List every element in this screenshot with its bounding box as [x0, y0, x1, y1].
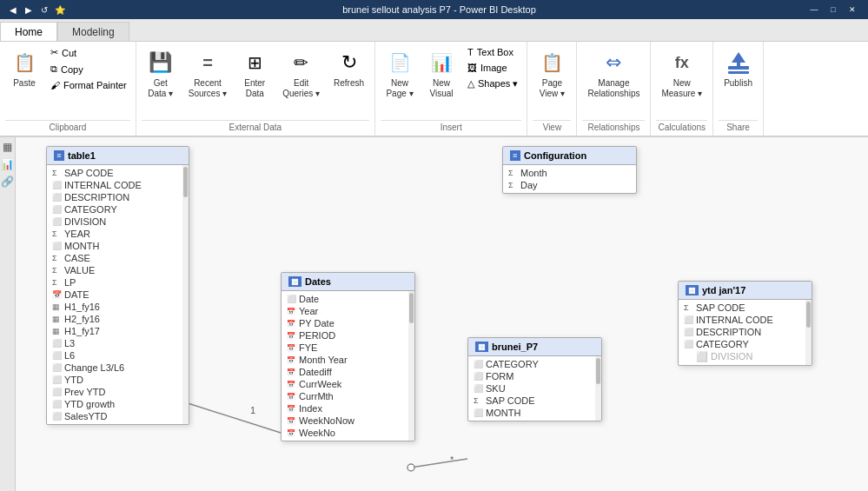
ytd-jan17-body: ΣSAP CODE ⬜INTERNAL CODE ⬜DESCRIPTION ⬜C… — [679, 300, 812, 365]
table1-row-h2fy16[interactable]: ▦H2_fy16 — [47, 313, 189, 325]
dates-row-weeknonow[interactable]: 📅WeekNoNow — [282, 415, 414, 427]
brunei-p7-scrollbar[interactable] — [595, 356, 601, 421]
table1-row-internalcode[interactable]: ⬜INTERNAL CODE — [47, 179, 189, 191]
copy-button[interactable]: ⧉ Copy — [47, 62, 130, 76]
close-button[interactable]: ✕ — [844, 3, 861, 16]
window-title: brunei sellout analysis P7 - Power BI De… — [73, 4, 805, 15]
config-row-day[interactable]: ΣDay — [503, 179, 636, 191]
publish-button[interactable]: Publish — [719, 45, 758, 92]
table1-row-category[interactable]: ⬜CATEGORY — [47, 203, 189, 216]
enter-data-button[interactable]: ⊞ EnterData — [235, 45, 274, 103]
table1-row-month[interactable]: ⬜MONTH — [47, 240, 189, 252]
data-view-icon[interactable]: 📊 — [2, 158, 14, 170]
configuration-icon: ≡ — [510, 150, 520, 161]
table1-row-salesytd[interactable]: ⬜SalesYTD — [47, 410, 189, 422]
brunei-p7-scrollbar-thumb[interactable] — [596, 358, 600, 384]
brunei-p7-row-month[interactable]: ⬜MONTH — [468, 407, 601, 419]
table1-header: ≡ table1 — [47, 147, 189, 165]
dates-row-period[interactable]: 📅PERIOD — [282, 329, 414, 342]
format-painter-button[interactable]: 🖌 Format Painter — [47, 78, 130, 92]
dates-row-datediff[interactable]: 📅Datediff — [282, 366, 414, 378]
table1-scrollbar-thumb[interactable] — [183, 167, 188, 197]
dates-row-fye[interactable]: 📅FYE — [282, 342, 414, 354]
new-measure-button[interactable]: fx NewMeasure ▾ — [656, 45, 707, 103]
dates-scrollbar[interactable] — [408, 291, 414, 441]
ytd-jan17-row-sapcode[interactable]: ΣSAP CODE — [679, 302, 812, 314]
page-view-button[interactable]: 📋 PageView ▾ — [533, 45, 571, 103]
ytd-jan17-row-category[interactable]: ⬜CATEGORY — [679, 338, 812, 350]
dates-scrollbar-thumb[interactable] — [409, 293, 414, 323]
table1-row-l6[interactable]: ⬜L6 — [47, 349, 189, 362]
table-configuration[interactable]: ≡ Configuration ΣMonth ΣDay — [502, 146, 637, 194]
brunei-p7-row-sapcode[interactable]: ΣSAP CODE — [468, 395, 601, 407]
new-visual-button[interactable]: 📊 NewVisual — [422, 45, 461, 103]
get-data-button[interactable]: 💾 GetData ▾ — [142, 45, 180, 103]
cut-button[interactable]: ✂ Cut — [47, 45, 130, 60]
table1-row-change[interactable]: ⬜Change L3/L6 — [47, 362, 189, 374]
dates-row-pydate[interactable]: 📅PY Date — [282, 317, 414, 329]
paste-button[interactable]: 📋 Paste — [5, 45, 43, 92]
dates-row-currmth[interactable]: 📅CurrMth — [282, 390, 414, 402]
ytd-jan17-row-division[interactable]: ⬜ DIVISION — [679, 350, 812, 363]
table1-row-sapcode[interactable]: ΣSAP CODE — [47, 167, 189, 179]
share-group-label: Share — [719, 120, 758, 136]
table-brunei-p7[interactable]: ▦ brunei_P7 ⬜CATEGORY ⬜FORM ⬜SKU ΣSAP CO… — [467, 337, 602, 421]
table1-row-date[interactable]: 📅DATE — [47, 289, 189, 301]
dates-row-year[interactable]: 📅Year — [282, 305, 414, 317]
recent-sources-button[interactable]: = RecentSources ▾ — [183, 45, 232, 103]
minimize-button[interactable]: — — [805, 3, 823, 16]
table1-row-lp[interactable]: ΣLP — [47, 276, 189, 289]
table1-row-h1fy16[interactable]: ▦H1_fy16 — [47, 301, 189, 313]
maximize-button[interactable]: □ — [825, 3, 842, 16]
cut-icon: ✂ — [50, 47, 58, 58]
refresh-icon2: ↻ — [335, 49, 363, 76]
dates-row-currweek[interactable]: 📅CurrWeek — [282, 378, 414, 390]
refresh-icon[interactable]: ↺ — [38, 3, 50, 16]
table1-row-ytdgrowth[interactable]: ⬜YTD growth — [47, 398, 189, 410]
table-table1[interactable]: ≡ table1 ΣSAP CODE ⬜INTERNAL CODE ⬜DESCR… — [46, 146, 189, 425]
dates-row-date[interactable]: ⬜Date — [282, 293, 414, 305]
canvas[interactable]: 1 * ≡ table1 ΣSAP CODE ⬜INTERNAL CODE ⬜D… — [16, 137, 868, 491]
table1-row-year[interactable]: ΣYEAR — [47, 228, 189, 240]
edit-queries-button[interactable]: ✏ EditQueries ▾ — [277, 45, 325, 103]
table-ytd-jan17[interactable]: ▦ ytd jan'17 ΣSAP CODE ⬜INTERNAL CODE ⬜D… — [678, 281, 812, 366]
text-box-button[interactable]: T Text Box — [464, 45, 521, 59]
ytd-jan17-scrollbar-thumb[interactable] — [806, 302, 811, 328]
tab-modeling[interactable]: Modeling — [57, 22, 129, 41]
table1-row-prevytd[interactable]: ⬜Prev YTD — [47, 386, 189, 398]
shapes-button[interactable]: △ Shapes ▾ — [464, 76, 521, 91]
ytd-jan17-row-internalcode[interactable]: ⬜INTERNAL CODE — [679, 314, 812, 326]
table1-row-h1fy17[interactable]: ▦H1_fy17 — [47, 325, 189, 337]
brunei-p7-row-sku[interactable]: ⬜SKU — [468, 382, 601, 395]
ribbon-group-share: Publish Share — [713, 42, 764, 136]
table-dates[interactable]: ▦ Dates ⬜Date 📅Year 📅PY Date 📅PERIOD 📅FY… — [281, 272, 415, 441]
manage-relationships-button[interactable]: ⇔ ManageRelationships — [582, 45, 645, 103]
dates-row-index[interactable]: 📅Index — [282, 402, 414, 415]
brunei-p7-row-form[interactable]: ⬜FORM — [468, 370, 601, 382]
table1-row-ytd[interactable]: ⬜YTD — [47, 374, 189, 386]
report-view-icon[interactable]: ▦ — [2, 141, 14, 153]
config-row-month[interactable]: ΣMonth — [503, 167, 636, 179]
dates-row-monthyear[interactable]: 📅Month Year — [282, 354, 414, 366]
tab-home[interactable]: Home — [0, 22, 57, 41]
ytd-jan17-row-description[interactable]: ⬜DESCRIPTION — [679, 326, 812, 338]
dates-row-weekno[interactable]: 📅WeekNo — [282, 427, 414, 439]
new-page-button[interactable]: 📄 NewPage ▾ — [381, 45, 419, 103]
ytd-jan17-scrollbar[interactable] — [805, 300, 812, 365]
table1-row-value[interactable]: ΣVALUE — [47, 264, 189, 276]
table1-scrollbar[interactable] — [182, 165, 189, 424]
brunei-p7-row-category[interactable]: ⬜CATEGORY — [468, 358, 601, 370]
brunei-p7-body: ⬜CATEGORY ⬜FORM ⬜SKU ΣSAP CODE ⬜MONTH — [468, 356, 601, 421]
refresh-button[interactable]: ↻ Refresh — [328, 45, 369, 92]
forward-icon[interactable]: ▶ — [23, 3, 35, 16]
dates-header: ▦ Dates — [282, 273, 414, 291]
image-button[interactable]: 🖼 Image — [464, 61, 521, 75]
back-icon[interactable]: ◀ — [7, 3, 19, 16]
table1-row-case[interactable]: ΣCASE — [47, 252, 189, 264]
table1-row-l3[interactable]: ⬜L3 — [47, 337, 189, 349]
get-data-icon: 💾 — [147, 49, 175, 76]
paste-label: Paste — [13, 78, 36, 89]
table1-row-division[interactable]: ⬜DIVISION — [47, 216, 189, 228]
table1-row-description[interactable]: ⬜DESCRIPTION — [47, 191, 189, 203]
relationship-view-icon[interactable]: 🔗 — [2, 176, 14, 188]
